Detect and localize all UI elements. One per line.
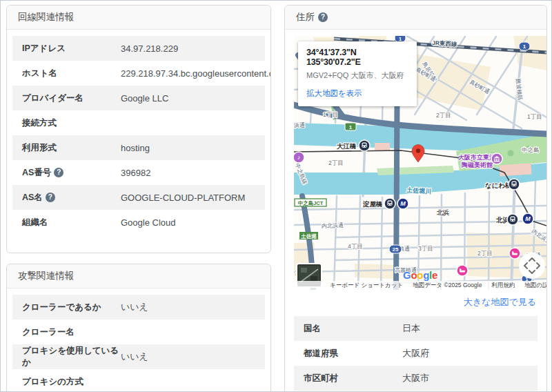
coordinates-title: 34°41'37.3"N 135°30'07.2"E	[306, 48, 408, 67]
row-value: 大阪府	[402, 347, 429, 360]
svg-text:1: 1	[523, 43, 526, 50]
svg-text:内北浜通: 内北浜通	[322, 222, 344, 229]
row-label: 市区町村	[304, 373, 338, 384]
map-pan-control[interactable]	[519, 253, 545, 279]
row-label: プロキシの方式	[22, 376, 83, 388]
row-value: 396982	[121, 168, 150, 178]
row-label: 都道府県	[304, 348, 338, 360]
attack-info-panel-title: 攻撃関連情報	[18, 270, 74, 282]
table-row: 国名 日本	[294, 316, 538, 341]
google-map-embed[interactable]: JR東西線 鳥居筋線 真砂町通 真砂町通 堂島船大工町線 難波橋筋 1丁目 2丁…	[294, 36, 546, 290]
metro-icon-yodoyabashi[interactable]: M	[397, 198, 408, 209]
address-panel-title: 住所	[296, 11, 315, 23]
address-table: 国名 日本 都道府県 大阪府 市区町村 大阪市	[294, 316, 538, 391]
row-value: 229.218.97.34.bc.googleusercontent.com	[121, 68, 271, 79]
row-label: AS名	[22, 192, 43, 204]
row-value: 34.97.218.229	[121, 43, 178, 54]
svg-text:土佐堀: 土佐堀	[300, 233, 317, 239]
svg-text:2丁目: 2丁目	[477, 250, 493, 257]
map-attribution-bar: キーボード ショートカット 地図データ ©2025 Google 利用規約 地図…	[294, 281, 546, 290]
table-row: クローラーであるか いいえ	[12, 295, 265, 320]
row-label: 国名	[304, 323, 321, 335]
svg-text:1: 1	[349, 124, 353, 130]
row-label: 利用形式	[22, 142, 57, 154]
hotel-icon-2[interactable]	[509, 248, 520, 259]
row-value: 日本	[402, 322, 420, 335]
station-icon-yodoyabashi[interactable]	[384, 198, 395, 209]
svg-text:浜通: 浜通	[294, 121, 305, 128]
table-row: 都道府県 大阪府	[294, 341, 538, 366]
address-panel-body: JR東西線 鳥居筋線 真砂町通 真砂町通 堂島船大工町線 難波橋筋 1丁目 2丁…	[285, 30, 546, 392]
row-value: GOOGLE-CLOUD-PLATFORM	[121, 193, 245, 203]
svg-text:2丁目: 2丁目	[436, 112, 451, 119]
map-info-window: 34°41'37.3"N 135°30'07.2"E MGV2+FQQ 大阪市、…	[298, 41, 417, 106]
table-row: プロバイダー名 Google LLC	[12, 86, 265, 110]
row-value: Google Cloud	[121, 217, 176, 228]
left-column: 回線関連情報 IPアドレス 34.97.218.229 ホスト名 229.218…	[6, 5, 271, 392]
svg-text:1丁目: 1丁目	[527, 113, 542, 120]
station-icon-oebashi[interactable]	[359, 140, 370, 151]
svg-text:3丁目: 3丁目	[418, 245, 433, 252]
help-icon[interactable]: ?	[46, 193, 55, 202]
svg-text:M: M	[525, 215, 531, 222]
row-value: 大阪市	[402, 372, 429, 384]
plus-code-address: MGV2+FQQ 大阪市、大阪府	[306, 70, 408, 81]
address-panel-header: 住所 ?	[285, 6, 546, 30]
table-row: 市区町村 大阪市	[294, 366, 538, 391]
table-row: プロキシの方式	[12, 369, 265, 392]
map-data-copyright: 地図データ ©2025 Google	[413, 282, 482, 290]
row-value: いいえ	[121, 351, 148, 363]
svg-text:25: 25	[393, 246, 399, 253]
table-row: ホスト名 229.218.97.34.bc.googleusercontent.…	[12, 61, 265, 86]
museum-icon[interactable]	[491, 153, 502, 164]
row-value: いいえ	[121, 301, 148, 313]
metro-icon-kitahama[interactable]: M	[522, 213, 533, 224]
open-large-map-link[interactable]: 大きな地図で見る	[294, 290, 538, 316]
svg-text:1丁目: 1丁目	[323, 111, 338, 118]
row-label: プロバイダー名	[22, 92, 83, 104]
table-row: 接続方式	[12, 110, 265, 135]
help-icon[interactable]: ?	[318, 12, 328, 22]
svg-text:♪: ♪	[297, 154, 301, 161]
svg-text:陶磁美術館: 陶磁美術館	[462, 161, 493, 168]
help-icon[interactable]: ?	[54, 168, 63, 177]
row-label: ホスト名	[22, 68, 57, 79]
attack-info-panel-header: 攻撃関連情報	[7, 264, 270, 288]
line-info-panel-title: 回線関連情報	[18, 11, 74, 23]
svg-text:中之島JCT: 中之島JCT	[298, 200, 324, 206]
table-row: AS名 ? GOOGLE-CLOUD-PLATFORM	[12, 185, 265, 210]
ip-info-page: { "line_panel": { "title": "回線関連情報", "ro…	[0, 0, 552, 392]
svg-text:4丁目: 4丁目	[348, 243, 363, 250]
music-poi-icon[interactable]: ♪	[294, 152, 304, 163]
svg-text:北浜: 北浜	[436, 209, 449, 216]
svg-text:M: M	[400, 200, 406, 207]
view-larger-map-link[interactable]: 拡大地図を表示	[306, 88, 408, 99]
hotel-icon-1[interactable]	[457, 265, 468, 276]
address-panel: 住所 ?	[284, 5, 547, 392]
station-icon-naniwabashi[interactable]	[509, 179, 520, 190]
table-row: クローラー名	[12, 320, 265, 344]
svg-text:なにわ橋: なにわ橋	[485, 182, 512, 189]
station-icon-kitahama[interactable]	[507, 214, 518, 225]
table-row: 利用形式 hosting	[12, 135, 265, 160]
line-info-panel: 回線関連情報 IPアドレス 34.97.218.229 ホスト名 229.218…	[6, 5, 271, 253]
right-column: 住所 ?	[284, 5, 547, 392]
keyboard-shortcuts-button[interactable]: キーボード ショートカット	[330, 282, 403, 290]
row-label: IPアドレス	[22, 43, 66, 55]
svg-text:淀屋橋: 淀屋橋	[362, 200, 383, 208]
row-label: AS番号	[22, 167, 51, 179]
terms-link[interactable]: 利用規約	[491, 282, 515, 290]
table-row: AS番号 ? 396982	[12, 160, 265, 185]
svg-text:2丁目: 2丁目	[328, 159, 344, 166]
svg-text:大江橋: 大江橋	[337, 142, 357, 150]
report-map-error-link[interactable]: 地図の誤りを報告する	[524, 282, 546, 290]
google-logo[interactable]: Google	[403, 269, 437, 281]
row-label: クローラーであるか	[22, 302, 101, 313]
table-row: プロキシを使用しているか いいえ	[12, 344, 265, 369]
attack-info-panel: 攻撃関連情報 クローラーであるか いいえ クローラー名 プロキシを使用しているか…	[6, 264, 271, 392]
row-label: プロキシを使用しているか	[22, 345, 121, 369]
row-value: hosting	[121, 143, 150, 153]
svg-text:JR東西線: JR東西線	[432, 39, 457, 48]
row-value: Google LLC	[121, 93, 168, 104]
line-info-panel-header: 回線関連情報	[7, 6, 270, 30]
